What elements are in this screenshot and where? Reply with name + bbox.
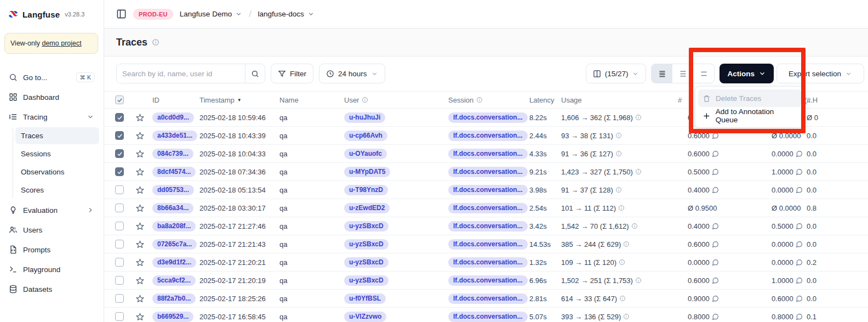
user-id-badge[interactable]: u-yzSBxcD <box>344 257 389 268</box>
user-id-badge[interactable]: u-yzSBxcD <box>344 239 389 250</box>
sidebar-item-scores[interactable]: Scores <box>15 182 99 199</box>
trace-id-badge[interactable]: a433de51... <box>152 131 197 141</box>
star-icon[interactable] <box>136 150 144 158</box>
sidebar-item-users[interactable]: Users <box>4 221 99 239</box>
star-icon[interactable] <box>136 295 144 303</box>
row-checkbox[interactable] <box>115 204 124 212</box>
user-id-badge[interactable]: u-f0YfBSL <box>344 293 386 304</box>
trace-id-badge[interactable]: 084c739... <box>152 149 193 159</box>
table-row[interactable]: 084c739...2025-02-18 10:04:33qau-OYauofc… <box>104 145 868 163</box>
row-star[interactable] <box>136 186 152 194</box>
panel-left-icon[interactable] <box>116 9 127 19</box>
star-icon[interactable] <box>136 186 144 194</box>
trace-id-badge[interactable]: 8dcf4574... <box>152 167 196 177</box>
trace-id-badge[interactable]: a0cd0d9... <box>152 112 194 123</box>
session-id-badge[interactable]: lf.docs.conversation... <box>448 221 528 231</box>
user-id-badge[interactable]: u-OYauofc <box>344 149 387 159</box>
search-submit-button[interactable] <box>245 64 265 83</box>
sidebar-item-playground[interactable]: Playground <box>4 260 99 279</box>
column-header-user[interactable]: User <box>344 96 448 104</box>
table-row[interactable]: 8dcf4574...2025-02-18 07:34:36qau-MYpDAT… <box>104 163 868 181</box>
session-id-badge[interactable]: lf.docs.conversation... <box>448 312 528 322</box>
sidebar-item-sessions[interactable]: Sessions <box>15 145 99 162</box>
table-row[interactable]: ba8a208f...2025-02-17 21:27:46qau-yzSBxc… <box>104 217 868 235</box>
table-row[interactable]: 5cca9cf2...2025-02-17 21:20:19qau-yzSBxc… <box>104 272 868 290</box>
session-id-badge[interactable]: lf.docs.conversation... <box>448 112 528 123</box>
column-header-id[interactable]: ID <box>152 96 199 104</box>
time-range-button[interactable]: 24 hours <box>319 64 385 83</box>
table-row[interactable]: a433de51...2025-02-18 10:43:39qau-cp66Av… <box>104 127 868 145</box>
trace-id-badge[interactable]: ba8a208f... <box>152 221 196 231</box>
session-id-badge[interactable]: lf.docs.conversation... <box>448 257 528 268</box>
column-header-name[interactable]: Name <box>279 96 344 104</box>
breadcrumb-org[interactable]: Langfuse Demo <box>180 10 242 18</box>
row-star[interactable] <box>136 276 152 285</box>
table-row[interactable]: dd05753...2025-02-18 05:13:54qau-T98YnzD… <box>104 181 868 199</box>
row-star[interactable] <box>136 132 152 140</box>
sidebar-item-prompts[interactable]: Prompts <box>4 240 99 259</box>
breadcrumb-project[interactable]: langfuse-docs <box>258 10 315 18</box>
actions-button[interactable]: Actions <box>719 64 774 83</box>
trace-id-badge[interactable]: d3e9d1f2... <box>152 257 196 268</box>
star-icon[interactable] <box>136 258 144 267</box>
user-id-badge[interactable]: u-yzSBxcD <box>344 275 389 286</box>
sidebar-item-traces[interactable]: Traces <box>15 127 99 144</box>
search-input[interactable] <box>117 64 245 83</box>
trace-id-badge[interactable]: dd05753... <box>152 185 194 195</box>
star-icon[interactable] <box>136 132 144 140</box>
row-checkbox[interactable] <box>115 113 124 122</box>
row-star[interactable] <box>136 168 152 176</box>
table-row[interactable]: d3e9d1f2...2025-02-17 21:20:21qau-yzSBxc… <box>104 253 868 272</box>
row-star[interactable] <box>136 114 152 122</box>
row-checkbox[interactable] <box>115 149 124 158</box>
demo-project-link[interactable]: demo project <box>42 39 81 47</box>
sidebar-item-goto[interactable]: Go to... ⌘ K <box>4 68 99 87</box>
session-id-badge[interactable]: lf.docs.conversation... <box>448 131 528 141</box>
row-checkbox[interactable] <box>115 185 124 194</box>
column-header-session[interactable]: Session <box>448 96 529 104</box>
table-row[interactable]: 88f2a7b0...2025-02-17 18:25:26qau-f0YfBS… <box>104 290 868 308</box>
row-height-small-button[interactable] <box>652 64 672 83</box>
trace-id-badge[interactable]: b669529... <box>152 312 193 322</box>
session-id-badge[interactable]: lf.docs.conversation... <box>448 275 528 286</box>
row-star[interactable] <box>136 222 152 230</box>
sidebar-item-observations[interactable]: Observations <box>15 163 99 180</box>
row-height-large-button[interactable] <box>693 64 714 83</box>
row-star[interactable] <box>136 258 152 267</box>
session-id-badge[interactable]: lf.docs.conversation... <box>448 185 528 195</box>
trace-id-badge[interactable]: 88f2a7b0... <box>152 293 196 304</box>
user-id-badge[interactable]: u-zEwdED2 <box>344 203 390 213</box>
column-visibility-button[interactable]: (15/27) <box>586 64 647 83</box>
star-icon[interactable] <box>136 276 144 285</box>
row-checkbox[interactable] <box>115 276 124 285</box>
select-all-checkbox[interactable] <box>115 95 124 104</box>
column-header-usage[interactable]: Usage <box>561 96 678 104</box>
trace-id-badge[interactable]: 8b66a34... <box>152 203 193 213</box>
user-id-badge[interactable]: u-yzSBxcD <box>344 221 389 231</box>
row-star[interactable] <box>136 204 152 212</box>
session-id-badge[interactable]: lf.docs.conversation... <box>448 293 528 304</box>
column-header-last[interactable]: # H <box>804 96 848 104</box>
row-checkbox[interactable] <box>115 222 124 230</box>
menu-item-add-to-annotation-queue[interactable]: Add to Annotation Queue <box>698 107 801 125</box>
row-star[interactable] <box>136 150 152 158</box>
trace-id-badge[interactable]: 07265c7a... <box>152 239 197 250</box>
row-checkbox[interactable] <box>115 240 124 248</box>
sidebar-item-dashboard[interactable]: Dashboard <box>4 88 99 106</box>
column-header-latency[interactable]: Latency <box>529 96 561 104</box>
star-icon[interactable] <box>136 222 144 230</box>
session-id-badge[interactable]: lf.docs.conversation... <box>448 203 528 213</box>
row-checkbox[interactable] <box>115 167 124 176</box>
star-icon[interactable] <box>136 313 144 321</box>
session-id-badge[interactable]: lf.docs.conversation... <box>448 167 528 177</box>
filter-button[interactable]: Filter <box>271 64 313 83</box>
star-icon[interactable] <box>136 114 144 122</box>
row-star[interactable] <box>136 240 152 248</box>
export-selection-button[interactable]: Export selection <box>776 64 864 83</box>
row-star[interactable] <box>136 295 152 303</box>
user-id-badge[interactable]: u-cp66Avh <box>344 131 387 141</box>
table-row[interactable]: b669529...2025-02-17 16:58:45qau-VlZzvwo… <box>104 308 868 322</box>
row-checkbox[interactable] <box>115 294 124 303</box>
row-checkbox[interactable] <box>115 312 124 321</box>
sidebar-item-tracing[interactable]: Tracing <box>4 108 99 126</box>
